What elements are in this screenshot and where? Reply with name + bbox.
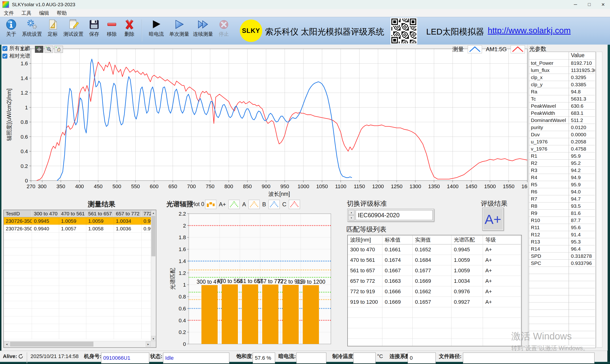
param-row[interactable]: clp_y0.3385: [529, 81, 596, 88]
match-col-header[interactable]: 等级: [483, 235, 521, 244]
menu-item-1[interactable]: 工具: [18, 10, 35, 16]
results-col-header[interactable]: 657 to 772: [114, 210, 142, 217]
website-link[interactable]: http://www.solarkj.com: [488, 26, 571, 35]
toolbar-button-single[interactable]: 单次测量: [168, 19, 191, 37]
scroll-down-icon[interactable]: ▼: [151, 336, 156, 341]
crosshair-tool-button[interactable]: [35, 46, 43, 53]
toolbar-button-dark[interactable]: 暗电流: [146, 19, 167, 37]
match-row[interactable]: 561 to 6570.16670.16771.0059A+: [348, 265, 521, 276]
scroll-up-icon[interactable]: ▲: [151, 210, 156, 215]
param-row[interactable]: R295.2: [529, 160, 596, 167]
close-button[interactable]: ×: [596, 0, 610, 9]
result-row[interactable]: 230726-3500.99401.00571.00581.00360.99: [4, 225, 151, 233]
standard-combo[interactable]: ▲ ▼ IEC60904-2020: [347, 209, 434, 221]
match-row[interactable]: 300 to 4700.16610.16520.9945A+: [348, 244, 521, 255]
match-row[interactable]: 919 to 12000.16690.16570.9927A+: [348, 297, 521, 307]
param-row[interactable]: R1195.6: [529, 224, 596, 231]
results-horizontal-scrollbar[interactable]: ◄ ►: [4, 341, 151, 347]
checkbox-all-spectra[interactable]: 所有光谱: [2, 45, 30, 52]
param-row[interactable]: R1496.4: [529, 245, 596, 252]
param-row[interactable]: R394.2: [529, 167, 596, 174]
match-row[interactable]: 470 to 5610.16740.16841.0059A+: [348, 255, 521, 265]
result-row[interactable]: 230726-3500.99451.00591.00591.00340.9976: [4, 217, 151, 225]
results-col-header[interactable]: 561 to 657: [86, 210, 114, 217]
toolbar-button-system[interactable]: 系统设置: [21, 19, 43, 37]
param-row[interactable]: R1291.4: [529, 231, 596, 238]
results-col-header[interactable]: 470 to 561: [59, 210, 86, 217]
param-row[interactable]: Ra94.8: [529, 88, 596, 95]
menu-item-2[interactable]: 编辑: [35, 10, 53, 16]
param-row[interactable]: R893.5: [529, 203, 596, 210]
toolbar-button-delete[interactable]: 删除: [121, 19, 138, 37]
scroll-right-icon[interactable]: ►: [146, 341, 151, 347]
minimize-button[interactable]: ─: [569, 0, 582, 9]
toolbar-button-stop[interactable]: 停止: [215, 19, 232, 37]
toolbar-button-about[interactable]: 关于: [3, 19, 20, 37]
scroll-thumb[interactable]: [151, 216, 155, 256]
conn-coeff-field[interactable]: 0: [408, 352, 436, 364]
saturation-field[interactable]: 57.6 %: [253, 352, 275, 364]
refresh-icon[interactable]: [18, 351, 24, 362]
param-row[interactable]: tot_Power8192.710: [529, 60, 596, 67]
cooling-temp-field[interactable]: [353, 352, 376, 364]
param-row[interactable]: SPC0.933796: [529, 260, 596, 267]
param-row[interactable]: v_19760.4758: [529, 145, 596, 153]
param-row[interactable]: DominantWavel511.2: [529, 117, 596, 124]
maximize-button[interactable]: □: [582, 0, 596, 9]
param-row[interactable]: R494.9: [529, 174, 596, 181]
spinner-down-icon[interactable]: ▼: [348, 215, 355, 220]
combo-spinner[interactable]: ▲ ▼: [348, 210, 355, 220]
param-row[interactable]: R981.6: [529, 210, 596, 217]
match-col-header[interactable]: 波段[nm]: [348, 235, 382, 244]
menu-item-0[interactable]: 文件: [0, 10, 18, 16]
menu-item-3[interactable]: 帮助: [53, 10, 71, 16]
param-row[interactable]: clp_x0.3295: [529, 74, 596, 81]
param-row[interactable]: PeakWavel630.6: [529, 103, 596, 110]
param-row[interactable]: lum_flux1131925.36: [529, 67, 596, 74]
param-row[interactable]: purity0.0120: [529, 124, 596, 131]
param-row[interactable]: R1395.3: [529, 238, 596, 245]
toolbar-button-remove[interactable]: 移除: [104, 19, 120, 37]
spectrum-legend[interactable]: 测量AM1.5G: [452, 45, 525, 53]
match-row[interactable]: 657 to 7720.16630.16691.0034A+: [348, 276, 521, 286]
file-path-field[interactable]: [463, 352, 595, 364]
spinner-up-icon[interactable]: ▲: [348, 210, 355, 215]
toolbar-button-calib[interactable]: 定标: [44, 19, 61, 37]
results-col-header[interactable]: 772 to 919: [142, 210, 151, 217]
scroll-left-icon[interactable]: ◄: [4, 341, 9, 347]
param-row[interactable]: u_19760.2058: [529, 138, 596, 145]
grade-legend-icon-A+[interactable]: [205, 200, 216, 209]
legend-line-icon[interactable]: [468, 45, 482, 53]
checkbox-relative-spectrum[interactable]: 相对光谱: [2, 53, 30, 59]
zoom-tool-button[interactable]: [45, 46, 53, 53]
dark-current-field[interactable]: [296, 352, 326, 364]
param-row[interactable]: SPD0.318278: [529, 252, 596, 260]
match-row[interactable]: 772 to 9190.16660.16620.9976A+: [348, 286, 521, 297]
toolbar-button-save[interactable]: 保存: [86, 19, 103, 37]
param-row[interactable]: Tc5631.3: [529, 95, 596, 103]
param-row[interactable]: R595.9: [529, 181, 596, 188]
param-row[interactable]: Duv0.0000: [529, 131, 596, 138]
standard-value[interactable]: IEC60904-2020: [356, 210, 433, 220]
state-field[interactable]: Idle: [163, 352, 229, 364]
scroll-thumb[interactable]: [10, 342, 93, 347]
results-col-header[interactable]: TestID: [4, 210, 32, 217]
param-row[interactable]: R195.9: [529, 153, 596, 160]
match-col-header[interactable]: 光谱匹配: [451, 235, 483, 244]
legend-line-icon[interactable]: [511, 45, 525, 53]
params-scrollbar[interactable]: [596, 52, 602, 348]
toolbar-button-testset[interactable]: 测试设置: [62, 19, 85, 37]
param-row[interactable]: R694.0: [529, 188, 596, 195]
grade-legend-icon-C[interactable]: [268, 200, 280, 209]
grade-legend-icon-extra[interactable]: [289, 200, 300, 209]
param-row[interactable]: PeakWidth683.1: [529, 110, 596, 117]
grade-legend-icon-A[interactable]: [228, 200, 240, 209]
param-row[interactable]: R794.7: [529, 195, 596, 203]
results-col-header[interactable]: 300 to 470: [32, 210, 59, 217]
pan-tool-button[interactable]: [54, 46, 63, 53]
machine-no-field[interactable]: 0910066U1: [101, 352, 149, 364]
match-legend[interactable]: A+ABC: [205, 200, 300, 209]
grade-legend-icon-B[interactable]: [248, 200, 260, 209]
results-vertical-scrollbar[interactable]: ▲ ▼: [151, 210, 156, 341]
param-row[interactable]: R1087.7: [529, 217, 596, 224]
